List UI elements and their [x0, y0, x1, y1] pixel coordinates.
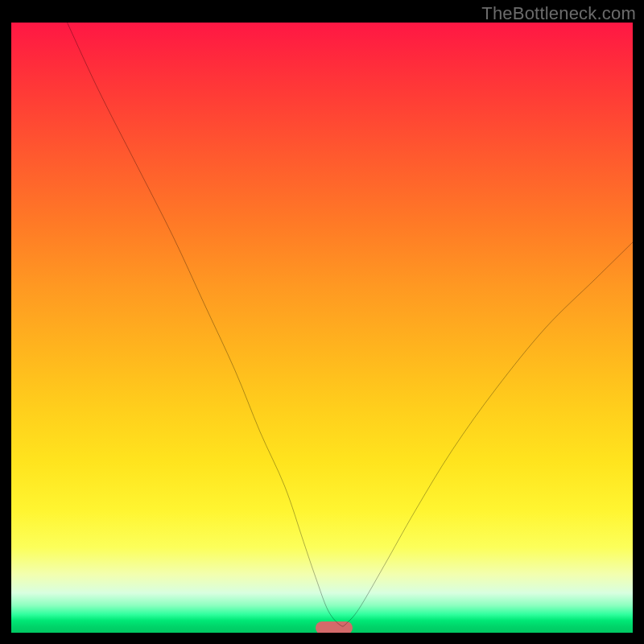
curve-path — [67, 23, 633, 626]
watermark-text: TheBottleneck.com — [481, 3, 636, 24]
plot-inner — [11, 23, 633, 633]
chart-frame: TheBottleneck.com — [0, 0, 644, 644]
plot-area — [11, 23, 633, 633]
bottleneck-curve — [11, 23, 633, 633]
